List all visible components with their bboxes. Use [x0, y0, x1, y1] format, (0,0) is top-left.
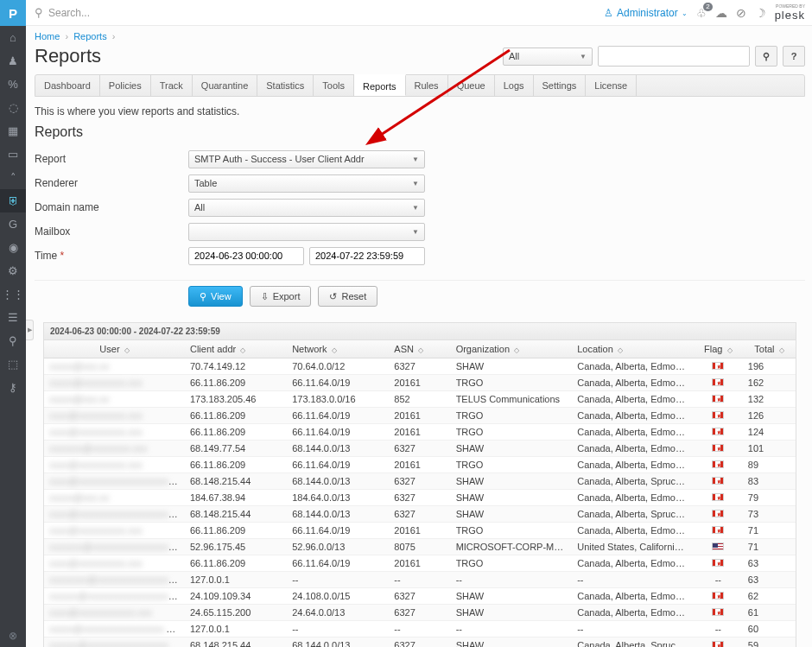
cell-loc: Canada, Alberta, Edmonton: [572, 408, 694, 424]
cell-user: xxxxxx@xxxxxxxxxxxxxxxxxxx.xx: [49, 591, 185, 601]
flag-icon: [712, 526, 724, 534]
cell-flag: [694, 523, 743, 539]
cell-total: 71: [743, 523, 796, 539]
domain-select[interactable]: All▼: [188, 199, 425, 217]
results-table: User ◇Client addr ◇Network ◇ASN ◇Organiz…: [44, 340, 796, 647]
cell-org: TRGO: [451, 375, 573, 391]
cell-addr: 173.183.205.46: [185, 391, 287, 408]
nav-list-icon[interactable]: ☰: [0, 306, 26, 329]
tab-reports[interactable]: Reports: [354, 74, 406, 96]
global-search[interactable]: ⚲ Search...: [35, 6, 90, 19]
cell-org: SHAW: [451, 506, 573, 523]
time-from-input[interactable]: [188, 247, 304, 265]
col-client-addr[interactable]: Client addr ◇: [185, 340, 287, 358]
cell-asn: 8075: [389, 539, 450, 555]
breadcrumb-home[interactable]: Home: [35, 31, 60, 41]
cell-asn: 20161: [389, 555, 450, 572]
col-flag[interactable]: Flag ◇: [694, 340, 743, 358]
nav-user-icon[interactable]: ♟: [0, 49, 26, 73]
nav-home-icon[interactable]: ⌂: [0, 26, 26, 49]
section-heading: Reports: [35, 124, 805, 140]
nav-shield-icon[interactable]: ⛨: [0, 189, 26, 212]
table-row: xxxx@xxxxxxxxxx.xxx66.11.86.20966.11.64.…: [44, 555, 796, 572]
report-select[interactable]: SMTP Auth - Success - User Client Addr▼: [188, 150, 425, 168]
col-asn[interactable]: ASN ◇: [389, 340, 450, 358]
cell-net: 52.96.0.0/13: [287, 539, 389, 555]
nav-g-icon[interactable]: G: [0, 212, 26, 236]
nav-box-icon[interactable]: ⬚: [0, 352, 26, 376]
header-help-button[interactable]: ?: [783, 46, 805, 67]
cell-loc: --: [572, 621, 694, 637]
header-search-button[interactable]: ⚲: [755, 46, 777, 67]
cell-addr: 66.11.86.209: [185, 555, 287, 572]
cell-org: TRGO: [451, 523, 573, 539]
flag-icon: [712, 444, 724, 452]
header-scope-select[interactable]: All▼: [503, 48, 593, 66]
tab-license[interactable]: License: [586, 75, 637, 96]
col-network[interactable]: Network ◇: [287, 340, 389, 358]
sidebar-expand-handle[interactable]: ▶: [26, 320, 34, 340]
nav-globe-icon[interactable]: ◌: [0, 96, 26, 119]
cell-loc: Canada, Alberta, Edmonton: [572, 555, 694, 572]
nav-apps-icon[interactable]: ▦: [0, 119, 26, 143]
breadcrumb-reports[interactable]: Reports: [73, 31, 107, 41]
cell-total: 71: [743, 539, 796, 555]
tab-logs[interactable]: Logs: [495, 75, 534, 96]
cell-user: xxxx@xxxxxxxxxx.xxx: [49, 427, 143, 437]
renderer-select[interactable]: Table▼: [188, 174, 425, 193]
col-total[interactable]: Total ◇: [743, 340, 796, 358]
sidebar-collapse-icon[interactable]: ⊗: [0, 630, 26, 642]
cell-total: 62: [743, 588, 796, 605]
tab-settings[interactable]: Settings: [534, 75, 587, 96]
flag-icon: [712, 395, 724, 403]
flag-icon: [712, 460, 724, 468]
col-organization[interactable]: Organization ◇: [451, 340, 573, 358]
export-button[interactable]: ⇩Export: [250, 286, 312, 307]
table-row: xxxx@xxxxxxxxxx.xxx66.11.86.20966.11.64.…: [44, 523, 796, 539]
col-location[interactable]: Location ◇: [572, 340, 694, 358]
cell-total: 63: [743, 555, 796, 572]
tab-quarantine[interactable]: Quarantine: [193, 75, 257, 96]
nav-percent-icon[interactable]: %: [0, 73, 26, 96]
cell-flag: [694, 473, 743, 490]
tab-rules[interactable]: Rules: [406, 75, 448, 96]
nav-book-icon[interactable]: ▭: [0, 143, 26, 166]
cell-loc: Canada, Alberta, Edmonton: [572, 424, 694, 441]
nav-search-icon[interactable]: ⚲: [0, 329, 26, 352]
tab-statistics[interactable]: Statistics: [257, 75, 314, 96]
cell-org: TELUS Communications: [451, 391, 573, 408]
cell-asn: --: [389, 572, 450, 588]
help-icon[interactable]: ⊘: [736, 6, 746, 20]
nav-up-icon[interactable]: ˄: [0, 166, 26, 189]
theme-icon[interactable]: ☽: [755, 6, 766, 20]
reset-button[interactable]: ↺Reset: [318, 286, 377, 307]
col-user[interactable]: User ◇: [44, 340, 185, 358]
intro-text: This is where you view reports and stati…: [35, 105, 805, 117]
flag-icon: [712, 608, 724, 616]
header-search-input[interactable]: [598, 46, 750, 67]
tab-track[interactable]: Track: [151, 75, 193, 96]
cell-addr: 24.109.109.34: [185, 588, 287, 605]
nav-sliders-icon[interactable]: ⋮⋮: [0, 282, 26, 306]
plesk-logo-square[interactable]: P: [0, 0, 26, 26]
cell-flag: [694, 506, 743, 523]
cloud-icon[interactable]: ☁: [715, 6, 727, 20]
cell-flag: [694, 457, 743, 473]
nav-1-icon[interactable]: ◉: [0, 236, 26, 259]
mailbox-select[interactable]: ▼: [188, 223, 425, 241]
cell-net: 184.64.0.0/13: [287, 490, 389, 506]
cell-loc: --: [572, 572, 694, 588]
notifications-button[interactable]: ♧ 2: [696, 7, 707, 20]
cell-flag: --: [694, 572, 743, 588]
tab-policies[interactable]: Policies: [100, 75, 151, 96]
tab-tools[interactable]: Tools: [314, 75, 354, 96]
user-menu[interactable]: ♙ Administrator ⌄: [604, 7, 688, 19]
tab-queue[interactable]: Queue: [448, 75, 495, 96]
time-to-input[interactable]: [309, 247, 425, 265]
cell-total: 61: [743, 605, 796, 621]
view-button[interactable]: ⚲View: [188, 286, 243, 307]
nav-key-icon[interactable]: ⚷: [0, 376, 26, 399]
nav-gear-icon[interactable]: ⚙: [0, 259, 26, 282]
tab-dashboard[interactable]: Dashboard: [35, 75, 100, 96]
cell-addr: 184.67.38.94: [185, 490, 287, 506]
